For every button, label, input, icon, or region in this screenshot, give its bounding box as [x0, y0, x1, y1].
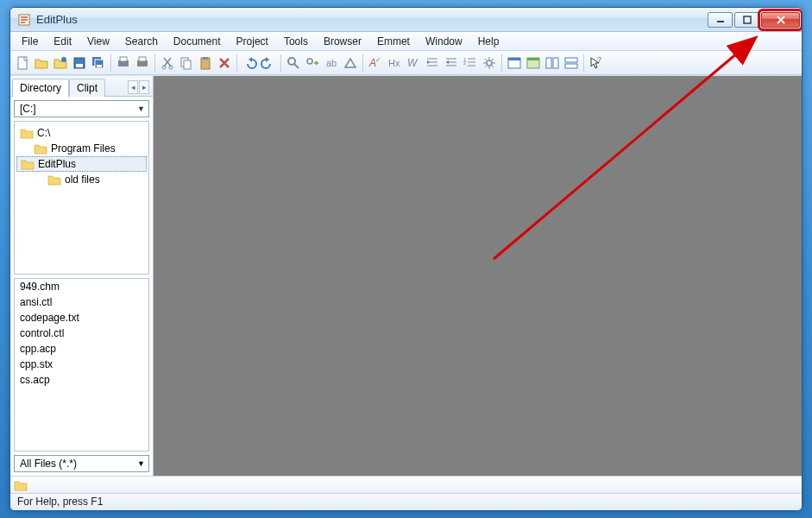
minimize-button[interactable] [708, 12, 733, 28]
svg-point-20 [288, 58, 295, 65]
settings-button[interactable] [481, 54, 498, 72]
window-2-button[interactable] [525, 54, 542, 72]
menu-tools[interactable]: Tools [276, 33, 316, 50]
svg-point-4 [61, 57, 66, 62]
file-item[interactable]: cpp.acp [15, 341, 148, 357]
drive-selector-value: [C:] [20, 103, 36, 115]
menu-document[interactable]: Document [166, 33, 229, 50]
menu-browser[interactable]: Browser [316, 33, 369, 50]
status-text: For Help, press F1 [17, 496, 103, 508]
replace-button[interactable]: ab [323, 54, 340, 72]
tree-node[interactable]: EditPlus [16, 156, 147, 172]
tab-directory[interactable]: Directory [12, 79, 69, 97]
svg-rect-33 [527, 58, 539, 60]
file-item[interactable]: cpp.stx [15, 357, 148, 372]
menu-emmet[interactable]: Emmet [369, 33, 418, 50]
window-3-button[interactable] [544, 54, 561, 72]
window-controls [708, 12, 800, 28]
redo-button[interactable] [260, 54, 277, 72]
print-button[interactable] [134, 54, 151, 72]
file-item[interactable]: cs.acp [15, 372, 148, 388]
save-button[interactable] [71, 54, 88, 72]
open-remote-button[interactable] [52, 54, 69, 72]
maximize-button[interactable] [734, 12, 759, 28]
svg-text:ab: ab [326, 58, 337, 68]
tree-node[interactable]: old files [15, 172, 148, 187]
tab-scroll-left[interactable]: ◂ [128, 80, 138, 94]
tree-node-label: C:\ [37, 127, 50, 139]
menu-edit[interactable]: Edit [46, 33, 79, 50]
app-title: EditPlus [36, 13, 78, 26]
line-number-button[interactable]: 12 [462, 54, 479, 72]
folder-icon[interactable] [14, 479, 28, 491]
tree-node[interactable]: C:\ [15, 125, 148, 141]
svg-rect-3 [18, 57, 27, 69]
menu-view[interactable]: View [79, 33, 117, 50]
find-button[interactable] [285, 54, 302, 72]
file-item[interactable]: 949.chm [15, 279, 148, 294]
tree-node-label: EditPlus [38, 158, 76, 170]
toolbar-separator [280, 54, 281, 72]
svg-rect-31 [508, 58, 520, 60]
sidebar: Directory Clipt ◂ ▸ [C:] ▼ C:\Program Fi… [10, 76, 154, 476]
svg-rect-6 [76, 64, 83, 67]
paste-button[interactable] [197, 54, 214, 72]
file-filter-value: All Files (*.*) [20, 458, 77, 470]
window-4-button[interactable] [563, 54, 580, 72]
file-item[interactable]: codepage.txt [15, 310, 148, 325]
indent-button[interactable] [424, 54, 441, 72]
outdent-button[interactable] [443, 54, 460, 72]
titlebar: EditPlus [10, 8, 802, 32]
svg-point-21 [307, 59, 312, 64]
svg-rect-34 [546, 58, 551, 68]
chevron-down-icon: ▼ [137, 104, 145, 113]
main-body: Directory Clipt ◂ ▸ [C:] ▼ C:\Program Fi… [10, 75, 802, 476]
svg-rect-17 [184, 60, 191, 69]
file-list[interactable]: 949.chmansi.ctlcodepage.txtcontrol.ctlcp… [14, 278, 149, 452]
tree-node[interactable]: Program Files [15, 141, 148, 156]
wrap-button[interactable]: W [405, 54, 422, 72]
toolbar-separator [110, 54, 111, 72]
copy-button[interactable] [178, 54, 195, 72]
svg-rect-36 [565, 58, 577, 62]
toolbar-separator [362, 54, 363, 72]
folder-icon [21, 158, 35, 170]
menu-search[interactable]: Search [117, 33, 166, 50]
toolbar-separator [236, 54, 237, 72]
folder-icon [20, 127, 34, 139]
file-filter[interactable]: All Files (*.*) ▼ [14, 455, 149, 472]
file-item[interactable]: ansi.ctl [15, 294, 148, 310]
spell-check-button[interactable]: A✓ [367, 54, 384, 72]
svg-text:W: W [407, 57, 419, 69]
svg-rect-1 [717, 21, 724, 22]
help-cursor-button[interactable]: ? [588, 54, 605, 72]
find-next-button[interactable] [304, 54, 321, 72]
go-to-button[interactable] [342, 54, 359, 72]
toolbar-separator [154, 54, 155, 72]
cut-button[interactable] [159, 54, 176, 72]
svg-rect-35 [553, 58, 558, 68]
toolbar-separator [583, 54, 584, 72]
menu-project[interactable]: Project [229, 33, 276, 50]
open-file-button[interactable] [33, 54, 50, 72]
sidebar-tabs: Directory Clipt ◂ ▸ [10, 76, 153, 97]
window-1-button[interactable] [506, 54, 523, 72]
menu-window[interactable]: Window [418, 33, 470, 50]
svg-point-29 [487, 60, 492, 66]
menu-file[interactable]: File [14, 33, 46, 50]
svg-text:✓: ✓ [375, 56, 381, 64]
new-file-button[interactable] [14, 54, 31, 72]
save-all-button[interactable] [90, 54, 107, 72]
delete-button[interactable] [216, 54, 233, 72]
header-button[interactable]: Hx [386, 54, 403, 72]
print-preview-button[interactable] [115, 54, 132, 72]
tab-scroll-right[interactable]: ▸ [139, 80, 149, 94]
menu-help[interactable]: Help [470, 33, 507, 50]
close-button[interactable] [761, 12, 800, 28]
tab-cliptext[interactable]: Clipt [69, 79, 105, 97]
editor-area [154, 76, 802, 476]
folder-tree[interactable]: C:\Program FilesEditPlusold files [14, 121, 149, 275]
file-item[interactable]: control.ctl [15, 325, 148, 341]
drive-selector[interactable]: [C:] ▼ [14, 100, 149, 117]
undo-button[interactable] [241, 54, 258, 72]
